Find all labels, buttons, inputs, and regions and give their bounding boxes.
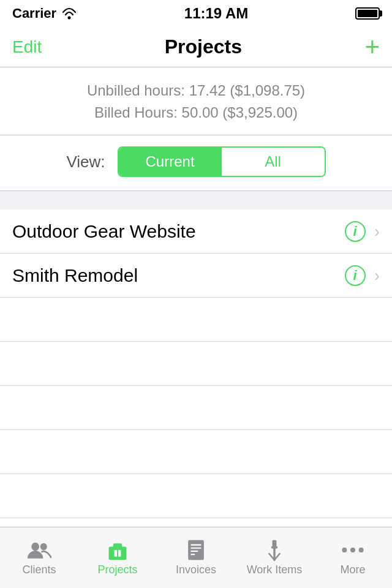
project-name-1: Outdoor Gear Website [12,221,196,242]
page-title: Projects [165,36,242,58]
wifi-icon [61,7,77,20]
nav-bar: Edit Projects + [0,27,392,67]
svg-point-0 [68,17,71,20]
projects-icon [105,539,130,561]
view-all-label: All [265,153,281,170]
svg-rect-9 [190,548,201,549]
clients-icon [27,539,51,561]
work-items-icon [262,539,287,561]
svg-rect-7 [188,540,204,560]
chevron-icon-1: › [374,222,380,241]
view-current-button[interactable]: Current [119,148,222,176]
battery-icon [355,7,380,20]
svg-rect-8 [190,545,201,546]
tab-more[interactable]: More [314,527,392,588]
empty-row-3 [0,386,392,430]
tab-projects[interactable]: Projects [78,527,157,588]
chevron-icon-2: › [374,266,380,285]
view-segmented-control[interactable]: Current All [118,146,326,177]
view-label: View: [66,153,105,172]
tab-invoices[interactable]: Invoices [157,527,235,588]
view-toggle-section: View: Current All [0,135,392,191]
edit-button[interactable]: Edit [12,37,42,57]
svg-point-14 [342,548,347,552]
project-row-1-actions: i › [345,221,380,242]
add-project-button[interactable]: + [364,34,380,60]
view-all-button[interactable]: All [222,148,325,176]
project-row-2-actions: i › [345,265,380,286]
empty-row-2 [0,342,392,386]
tab-clients-label: Clients [22,564,56,576]
carrier-label: Carrier [12,6,56,21]
tab-clients[interactable]: Clients [0,527,78,588]
svg-point-16 [359,548,364,552]
status-bar: Carrier 11:19 AM [0,0,392,27]
tab-work-items-label: Work Items [247,564,303,576]
svg-point-2 [40,543,47,551]
project-info-button-1[interactable]: i [345,221,366,242]
billed-hours-label: Billed Hours: 50.00 ($3,925.00) [0,102,392,124]
svg-rect-3 [109,547,127,560]
tab-work-items[interactable]: Work Items [235,527,314,588]
invoices-icon [184,539,208,561]
status-right [355,7,380,20]
svg-point-1 [31,543,39,551]
empty-row-1 [0,298,392,342]
project-row-1[interactable]: Outdoor Gear Website i › [0,209,392,254]
svg-rect-5 [115,550,118,557]
status-left: Carrier [12,6,77,21]
svg-point-15 [350,548,355,552]
tab-projects-label: Projects [97,564,137,576]
summary-section: Unbilled hours: 17.42 ($1,098.75) Billed… [0,67,392,135]
empty-row-4 [0,430,392,474]
svg-rect-4 [113,543,122,548]
project-row-2[interactable]: Smith Remodel i › [0,254,392,298]
tab-more-label: More [340,564,365,576]
tab-invoices-label: Invoices [176,564,216,576]
empty-row-5 [0,474,392,518]
tab-bar: Clients Projects Invoices Work Items [0,527,392,588]
unbilled-hours-label: Unbilled hours: 17.42 ($1,098.75) [0,80,392,102]
status-time: 11:19 AM [184,5,248,22]
project-name-2: Smith Remodel [12,265,138,286]
project-info-button-2[interactable]: i [345,265,366,286]
view-current-label: Current [146,153,195,170]
more-icon [341,539,365,561]
svg-rect-6 [118,550,121,557]
svg-rect-10 [190,551,198,552]
svg-rect-11 [190,554,195,555]
